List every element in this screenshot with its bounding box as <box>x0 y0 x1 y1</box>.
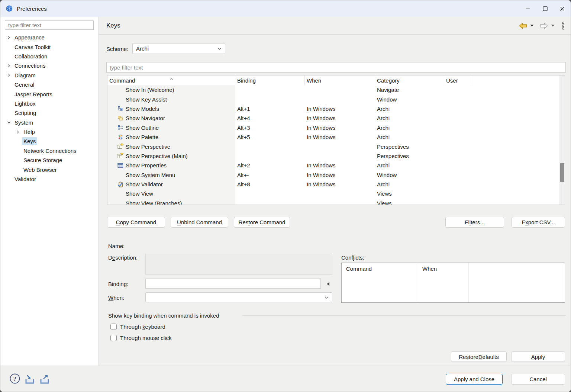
icon-spacer <box>117 96 125 102</box>
binding-cell: Alt+2 <box>235 161 305 170</box>
column-header-when[interactable]: When <box>305 75 375 85</box>
sidebar-item-keys[interactable]: Keys <box>0 136 98 146</box>
through-keyboard-checkbox[interactable] <box>110 324 117 330</box>
key-bindings-table: CommandBindingWhenCategoryUser Show In (… <box>107 75 565 205</box>
through-mouse-click-label[interactable]: Through mouse click <box>120 334 171 342</box>
binding-cell <box>235 142 305 151</box>
chevron-down-icon[interactable] <box>6 120 12 125</box>
binding-label: Binding: <box>108 280 128 288</box>
column-header-binding[interactable]: Binding <box>235 75 305 85</box>
copy-command-button[interactable]: Copy Command <box>107 217 165 228</box>
kebab-menu-icon <box>562 22 565 30</box>
sidebar-item-jasper-reports[interactable]: Jasper Reports <box>0 89 98 99</box>
help-button[interactable]: ? <box>9 373 20 384</box>
restore-defaults-button[interactable]: Restore Defaults <box>451 351 507 362</box>
conflicts-column-spacer <box>468 263 565 274</box>
import-preferences-button[interactable] <box>23 374 36 385</box>
sidebar-item-appearance[interactable]: Appearance <box>0 33 98 42</box>
spacer-cell <box>472 104 565 113</box>
sidebar-item-web-browser[interactable]: Web Browser <box>0 165 98 174</box>
table-row[interactable]: Show OutlineAlt+3In WindowsArchi <box>107 123 565 132</box>
description-label: Description: <box>108 254 138 261</box>
chevron-right-icon[interactable] <box>6 63 12 68</box>
sidebar-filter-input[interactable] <box>5 20 94 30</box>
minimize-button[interactable] <box>519 0 536 17</box>
column-header-command[interactable]: Command <box>107 75 235 85</box>
column-header-user[interactable]: User <box>444 75 472 85</box>
scrollbar-thumb[interactable] <box>560 163 564 182</box>
sidebar-item-general[interactable]: General <box>0 80 98 89</box>
command-cell: Show Navigator <box>107 113 235 123</box>
sidebar-item-label: Web Browser <box>22 166 58 174</box>
restore-command-button[interactable]: Restore Command <box>234 217 290 228</box>
command-filter-input[interactable] <box>106 62 566 73</box>
filters-button[interactable]: Filters... <box>445 217 504 228</box>
table-row[interactable]: Show In (Welcome)Navigate <box>107 85 565 94</box>
sidebar-item-lightbox[interactable]: Lightbox <box>0 99 98 108</box>
chevron-right-icon[interactable] <box>15 129 20 135</box>
vertical-scrollbar[interactable] <box>559 75 565 205</box>
binding-add-key-button[interactable] <box>325 280 331 287</box>
when-cell <box>305 151 375 161</box>
sidebar-item-help[interactable]: Help <box>0 127 98 136</box>
table-row[interactable]: Show View (Branches)Views <box>107 199 565 205</box>
expander-spacer <box>6 110 12 116</box>
view-menu-button[interactable] <box>562 22 565 30</box>
scheme-select[interactable]: Archi <box>132 43 225 54</box>
through-mouse-click-checkbox[interactable] <box>110 335 117 341</box>
maximize-button[interactable] <box>536 0 554 17</box>
sidebar-item-collaboration[interactable]: Collaboration <box>0 52 98 61</box>
spacer-cell <box>472 151 565 161</box>
forward-history-dropdown[interactable] <box>551 25 555 27</box>
table-row[interactable]: Show System MenuAlt+-In WindowsWindow <box>107 170 565 180</box>
icon-spacer <box>117 200 125 205</box>
forward-button[interactable] <box>539 23 548 29</box>
command-cell: Show Perspective (Main) <box>107 151 235 161</box>
close-button[interactable] <box>554 0 571 17</box>
perspective-icon <box>117 144 125 150</box>
table-row[interactable]: Show ValidatorAlt+8In WindowsArchi <box>107 180 565 189</box>
import-icon <box>23 374 36 385</box>
apply-button[interactable]: Apply <box>511 351 565 362</box>
table-row[interactable]: Show ViewViews <box>107 189 565 198</box>
cancel-button[interactable]: Cancel <box>511 374 565 385</box>
back-button[interactable] <box>519 23 528 29</box>
back-history-dropdown[interactable] <box>530 25 534 27</box>
spacer-cell <box>472 199 565 205</box>
sidebar-item-canvas-toolkit[interactable]: Canvas Toolkit <box>0 42 98 51</box>
apply-and-close-button[interactable]: Apply and Close <box>446 374 503 385</box>
table-row[interactable]: Show PaletteAlt+5In WindowsArchi <box>107 132 565 142</box>
column-header-category[interactable]: Category <box>375 75 444 85</box>
sidebar-item-network-connections[interactable]: Network Connections <box>0 146 98 155</box>
sidebar-item-label: System <box>13 119 35 126</box>
unbind-command-button[interactable]: Unbind Command <box>171 217 228 228</box>
chevron-right-icon[interactable] <box>6 35 12 40</box>
table-row[interactable]: Show ModelsAlt+1In WindowsArchi <box>107 104 565 113</box>
sidebar-item-system[interactable]: System <box>0 118 98 127</box>
sidebar-item-secure-storage[interactable]: Secure Storage <box>0 155 98 165</box>
sidebar-item-label: Validator <box>13 175 38 183</box>
scheme-label: Scheme: <box>106 45 128 53</box>
sidebar-item-diagram[interactable]: Diagram <box>0 71 98 80</box>
when-cell: In Windows <box>305 123 375 132</box>
column-header-label: Binding <box>237 77 256 84</box>
through-keyboard-label[interactable]: Through keyboard <box>120 323 165 331</box>
table-row[interactable]: Show NavigatorAlt+4In WindowsArchi <box>107 113 565 123</box>
sidebar-item-validator[interactable]: Validator <box>0 174 98 184</box>
table-row[interactable]: Show PerspectivePerspectives <box>107 142 565 151</box>
when-select[interactable] <box>145 292 332 302</box>
help-icon: ? <box>9 373 20 384</box>
sidebar-item-connections[interactable]: Connections <box>0 61 98 70</box>
table-row[interactable]: Show Perspective (Main)Perspectives <box>107 151 565 161</box>
category-cell: Window <box>375 94 444 104</box>
binding-cell <box>235 151 305 161</box>
binding-input[interactable] <box>145 279 321 289</box>
table-row[interactable]: Show PropertiesAlt+2In WindowsArchi <box>107 161 565 170</box>
sidebar-item-scripting[interactable]: Scripting <box>0 108 98 118</box>
table-row[interactable]: Show Key AssistWindow <box>107 94 565 104</box>
export-csv-button[interactable]: Export CSV... <box>512 217 565 228</box>
scheme-value: Archi <box>136 45 149 52</box>
command-name: Show Navigator <box>126 115 165 121</box>
export-preferences-button[interactable] <box>38 374 51 385</box>
chevron-right-icon[interactable] <box>6 73 12 78</box>
